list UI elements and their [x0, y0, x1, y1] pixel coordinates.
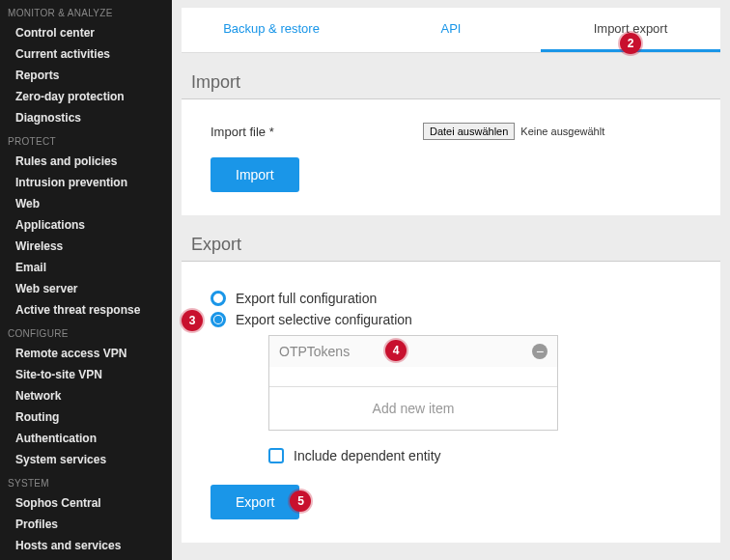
radio-selective-config[interactable]: 3 Export selective configuration: [211, 312, 691, 327]
radio-label: Export selective configuration: [236, 312, 412, 327]
selective-item[interactable]: OTPTokens 4 −: [269, 336, 557, 367]
side-group-protect: PROTECT Rules and policies Intrusion pre…: [0, 128, 172, 321]
sidebar-item-zero-day[interactable]: Zero-day protection: [0, 86, 172, 107]
checkbox-label: Include dependent entity: [294, 448, 441, 463]
radio-full-config[interactable]: Export full configuration: [211, 291, 691, 306]
section-title-export: Export: [182, 229, 720, 262]
remove-item-icon[interactable]: −: [532, 344, 548, 359]
sidebar-item-remote-vpn[interactable]: Remote access VPN: [0, 343, 172, 364]
side-group-monitor: MONITOR & ANALYZE Control center Current…: [0, 0, 172, 128]
radio-label: Export full configuration: [236, 291, 377, 306]
sidebar-item-reports[interactable]: Reports: [0, 65, 172, 86]
file-status: Keine ausgewählt: [520, 126, 604, 137]
sidebar-item-routing[interactable]: Routing: [0, 406, 172, 428]
export-section: Export Export full configuration 3 Expor…: [182, 229, 720, 543]
radio-icon: [211, 312, 226, 327]
import-panel: Import file * Datei auswählen Keine ausg…: [182, 99, 720, 215]
sidebar-item-intrusion[interactable]: Intrusion prevention: [0, 172, 172, 193]
selective-items-box: OTPTokens 4 − Add new item: [268, 335, 558, 431]
radio-icon: [211, 291, 226, 306]
sidebar-item-wireless[interactable]: Wireless: [0, 236, 172, 257]
import-section: Import Import file * Datei auswählen Kei…: [182, 67, 720, 215]
tab-import-export[interactable]: Import export 2: [541, 8, 720, 52]
import-file-row: Import file * Datei auswählen Keine ausg…: [211, 123, 691, 140]
tab-backup-restore[interactable]: Backup & restore: [182, 8, 361, 52]
export-panel: Export full configuration 3 Export selec…: [182, 262, 720, 543]
sidebar-item-email[interactable]: Email: [0, 257, 172, 278]
include-dependent-row[interactable]: Include dependent entity: [268, 448, 691, 463]
side-group-configure: CONFIGURE Remote access VPN Site-to-site…: [0, 321, 172, 470]
group-title: MONITOR & ANALYZE: [0, 0, 172, 22]
sidebar-item-profiles[interactable]: Profiles: [0, 514, 172, 535]
sidebar-item-active-threat[interactable]: Active threat response: [0, 299, 172, 321]
sidebar-item-rules-policies[interactable]: Rules and policies: [0, 151, 172, 172]
sidebar-item-site-vpn[interactable]: Site-to-site VPN: [0, 364, 172, 385]
section-title-import: Import: [182, 67, 720, 99]
sidebar-item-network[interactable]: Network: [0, 385, 172, 406]
add-new-item[interactable]: Add new item: [269, 386, 557, 430]
spacer: [269, 367, 557, 386]
side-group-system: SYSTEM Sophos Central Profiles Hosts and…: [0, 470, 172, 560]
group-title: PROTECT: [0, 128, 172, 151]
group-title: CONFIGURE: [0, 321, 172, 343]
item-name: OTPTokens: [279, 344, 350, 359]
checkbox-icon[interactable]: [268, 448, 284, 463]
callout-marker-4: 4: [385, 340, 407, 361]
sidebar-item-web[interactable]: Web: [0, 193, 172, 214]
sidebar-item-administration[interactable]: Administration: [0, 556, 172, 560]
sidebar-item-system-services[interactable]: System services: [0, 449, 172, 470]
tabs: Backup & restore API Import export 2: [182, 8, 720, 53]
sidebar-item-sophos-central[interactable]: Sophos Central: [0, 492, 172, 514]
sidebar-item-applications[interactable]: Applications: [0, 214, 172, 236]
export-button[interactable]: Export: [211, 485, 299, 519]
sidebar-item-authentication[interactable]: Authentication: [0, 428, 172, 449]
callout-marker-3: 3: [182, 310, 203, 331]
group-title: SYSTEM: [0, 470, 172, 492]
main-content: Backup & restore API Import export 2 Imp…: [172, 0, 730, 560]
callout-marker-2: 2: [620, 33, 641, 54]
tab-api[interactable]: API: [361, 8, 541, 52]
sidebar: MONITOR & ANALYZE Control center Current…: [0, 0, 172, 560]
sidebar-item-web-server[interactable]: Web server: [0, 278, 172, 299]
import-button[interactable]: Import: [211, 157, 299, 192]
callout-marker-5: 5: [290, 490, 311, 512]
import-file-label: Import file *: [211, 125, 423, 139]
sidebar-item-hosts-services[interactable]: Hosts and services: [0, 535, 172, 556]
sidebar-item-control-center[interactable]: Control center: [0, 22, 172, 43]
choose-file-button[interactable]: Datei auswählen: [423, 123, 515, 140]
sidebar-item-diagnostics[interactable]: Diagnostics: [0, 107, 172, 128]
sidebar-item-current-activities[interactable]: Current activities: [0, 43, 172, 65]
